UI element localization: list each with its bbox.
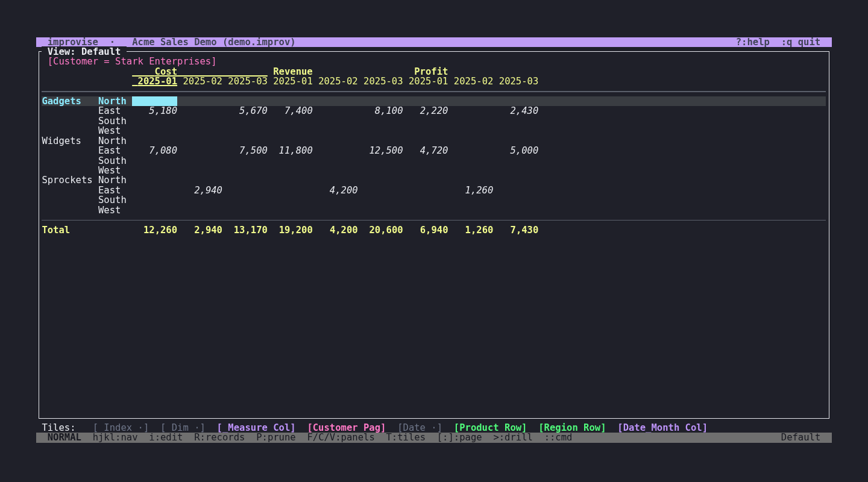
- box-border-left: [36, 145, 42, 156]
- tile-index[interactable]: [_Index ·]: [93, 422, 149, 433]
- pivot-cell[interactable]: 5,000: [510, 145, 538, 156]
- product-label[interactable]: Widgets: [42, 136, 81, 146]
- region-label[interactable]: West: [98, 165, 121, 176]
- pad: [493, 76, 498, 87]
- pad: [403, 76, 409, 87]
- pad: [42, 264, 826, 275]
- tile-dim[interactable]: [_Dim ·]: [160, 422, 206, 433]
- pivot-row: East 7,080 7,500 11,800 12,500 4,720 5,0…: [36, 146, 832, 155]
- separator-line: [42, 86, 826, 97]
- month-header[interactable]: 2025-03: [222, 76, 268, 87]
- pad: [42, 333, 826, 344]
- region-label[interactable]: East: [98, 185, 121, 196]
- month-header[interactable]: 2025-03: [493, 76, 538, 87]
- pad: [42, 116, 98, 127]
- tile-product-row[interactable]: [Product Row]: [454, 422, 527, 433]
- month-header[interactable]: 2025-02: [313, 76, 358, 87]
- tile-date-month-col[interactable]: [Date_Month Col]: [617, 422, 708, 433]
- month-header[interactable]: 2025-01: [132, 76, 177, 87]
- filter-tag[interactable]: [Customer = Stark Enterprises]: [48, 56, 217, 67]
- month-header[interactable]: 2025-03: [358, 76, 403, 87]
- box-border-right: [826, 96, 832, 107]
- box-border-right: [826, 304, 831, 315]
- month-header[interactable]: 2025-02: [177, 76, 222, 87]
- quit-hint[interactable]: :q quit: [781, 37, 821, 48]
- pad: [81, 96, 98, 107]
- pad: [177, 225, 194, 236]
- measure-group-revenue[interactable]: Revenue: [268, 66, 313, 77]
- region-label[interactable]: South: [98, 116, 127, 127]
- pad: [42, 313, 826, 324]
- pad: [42, 343, 826, 354]
- box-border-right: [826, 205, 832, 216]
- box-border-right: [826, 313, 831, 324]
- box-border-left: [36, 264, 42, 275]
- region-label[interactable]: East: [98, 145, 121, 156]
- pad: [538, 96, 826, 107]
- pivot-cell[interactable]: 7,500: [239, 145, 268, 156]
- empty-row: [36, 344, 832, 354]
- pad: [222, 225, 234, 236]
- pad: [268, 205, 313, 216]
- pivot-cell[interactable]: 12,500: [369, 145, 403, 156]
- tile-date[interactable]: [Date ·]: [397, 422, 442, 433]
- region-label[interactable]: North: [98, 96, 127, 107]
- status-key-hint: [:]:page: [437, 432, 482, 443]
- pad: [183, 432, 194, 443]
- month-header[interactable]: 2025-01: [403, 76, 448, 87]
- pad: [426, 432, 437, 443]
- pivot-row: South: [36, 195, 832, 205]
- measure-group-profit[interactable]: Profit: [403, 66, 448, 77]
- region-label[interactable]: North: [98, 136, 127, 146]
- month-header[interactable]: 2025-01: [268, 76, 313, 87]
- box-border-left: [36, 76, 42, 87]
- box-border-right: [826, 402, 831, 413]
- tile-measure-col[interactable]: [_Measure Col]: [217, 422, 296, 433]
- month-header[interactable]: 2025-02: [448, 76, 493, 87]
- pad: [132, 136, 177, 146]
- product-label[interactable]: Gadgets: [42, 96, 81, 107]
- pad: [42, 363, 826, 374]
- tile-customer-pag[interactable]: [Customer Pag]: [307, 422, 386, 433]
- box-border-right: [826, 214, 831, 225]
- pivot-row: West: [36, 205, 832, 215]
- help-hint[interactable]: ?:help: [736, 37, 770, 48]
- box-border-left: [36, 402, 42, 413]
- pad: [132, 165, 177, 176]
- pivot-cell[interactable]: 1,260: [465, 185, 494, 196]
- measure-header-label: Cost: [155, 66, 177, 77]
- pad: [127, 136, 132, 146]
- region-label[interactable]: East: [98, 105, 121, 116]
- pad: [386, 422, 397, 433]
- pad: [538, 76, 826, 87]
- empty-row: [36, 393, 832, 403]
- pad: [448, 66, 826, 77]
- tile-region-row[interactable]: [Region Row]: [538, 422, 606, 433]
- region-label[interactable]: West: [98, 205, 121, 216]
- pad: [313, 116, 358, 127]
- document-title: Acme Sales Demo (demo.improv): [132, 37, 295, 48]
- empty-row: [36, 354, 832, 363]
- pivot-cell[interactable]: 7,080: [149, 145, 177, 156]
- measure-group-cost[interactable]: Cost: [132, 66, 268, 77]
- pad: [358, 136, 403, 146]
- box-border-left: [36, 225, 42, 236]
- pad: [132, 225, 143, 236]
- pad: [222, 205, 268, 216]
- region-label[interactable]: West: [98, 125, 121, 136]
- status-key-hint: ::cmd: [544, 432, 573, 443]
- pad: [132, 76, 137, 87]
- pivot-cell[interactable]: 4,720: [420, 145, 448, 156]
- pivot-cell[interactable]: 11,800: [279, 145, 313, 156]
- box-border-right: [826, 264, 831, 275]
- pad: [36, 37, 48, 48]
- pad: [42, 383, 826, 393]
- box-border-right: [826, 66, 832, 77]
- box-border-left: [36, 333, 42, 344]
- pivot-cell[interactable]: 2,940: [194, 185, 222, 196]
- pad: [121, 165, 132, 176]
- total-separator-row: [36, 215, 832, 225]
- pad: [36, 413, 832, 424]
- total-cell: 4,200: [330, 225, 358, 236]
- pivot-cell[interactable]: 4,200: [330, 185, 358, 196]
